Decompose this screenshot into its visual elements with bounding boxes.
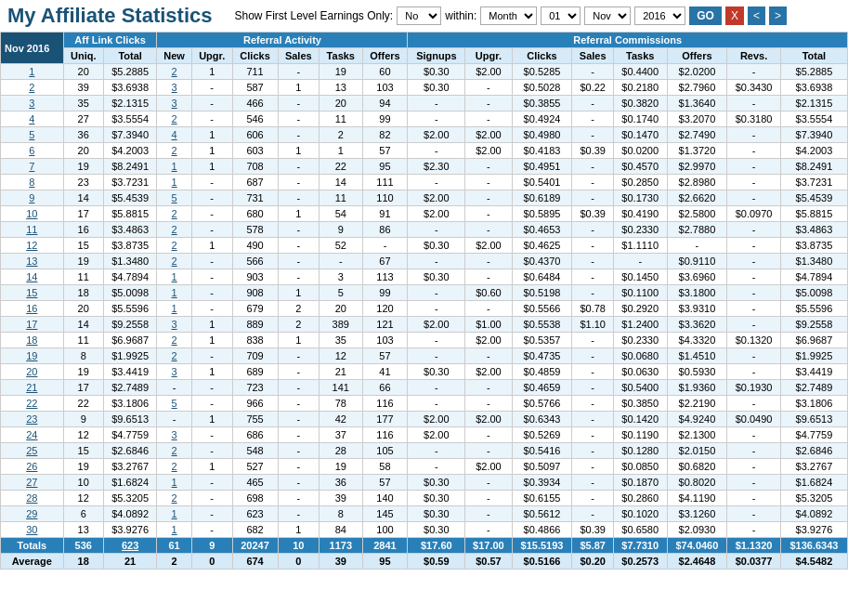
signups-cell: - bbox=[408, 254, 465, 269]
ref-activity-header: Referral Activity bbox=[157, 33, 408, 48]
day-cell[interactable]: 30 bbox=[1, 522, 64, 538]
new-cell[interactable]: 5 bbox=[157, 396, 191, 412]
tasks2-cell: $0.1020 bbox=[613, 506, 667, 522]
day-cell[interactable]: 3 bbox=[1, 96, 64, 111]
tasks-cell: 19 bbox=[320, 64, 362, 80]
new-cell[interactable]: 2 bbox=[157, 111, 191, 127]
new-cell[interactable]: 1 bbox=[157, 475, 191, 491]
day-cell[interactable]: 24 bbox=[1, 427, 64, 443]
new-cell[interactable]: 1 bbox=[157, 159, 191, 175]
new-cell[interactable]: 3 bbox=[157, 96, 191, 111]
new-cell[interactable]: 3 bbox=[157, 317, 191, 333]
offers2-cell: $2.5800 bbox=[667, 206, 727, 222]
row-total-cell: $5.5596 bbox=[780, 301, 847, 317]
new-cell[interactable]: 2 bbox=[157, 254, 191, 269]
clicks-cell: 490 bbox=[232, 238, 278, 254]
year-select[interactable]: 2016 bbox=[634, 7, 685, 25]
offers-cell: 177 bbox=[362, 412, 408, 427]
day-cell[interactable]: 1 bbox=[1, 64, 64, 80]
sales2-cell: - bbox=[572, 222, 614, 238]
day-cell[interactable]: 27 bbox=[1, 475, 64, 491]
table-row: 427$3.55542-546-1199--$0.4924-$0.1740$3.… bbox=[1, 111, 848, 127]
x-button[interactable]: X bbox=[725, 7, 744, 25]
signups-cell: $2.00 bbox=[408, 190, 465, 206]
sales2-cell: - bbox=[572, 269, 614, 285]
new-cell[interactable]: 5 bbox=[157, 190, 191, 206]
upgr2-cell: - bbox=[465, 301, 512, 317]
new-cell[interactable]: 3 bbox=[157, 427, 191, 443]
new-cell[interactable]: 1 bbox=[157, 506, 191, 522]
new-cell[interactable]: 2 bbox=[157, 206, 191, 222]
sales2-cell: - bbox=[572, 396, 614, 412]
uniq-cell: 17 bbox=[63, 206, 103, 222]
new-cell[interactable]: 4 bbox=[157, 127, 191, 143]
day-cell[interactable]: 10 bbox=[1, 206, 64, 222]
new-cell[interactable]: 2 bbox=[157, 222, 191, 238]
day-cell[interactable]: 25 bbox=[1, 443, 64, 459]
tasks-cell: 39 bbox=[320, 491, 362, 506]
tasks2-cell: $0.5400 bbox=[613, 380, 667, 396]
new-cell[interactable]: 1 bbox=[157, 285, 191, 301]
day-cell[interactable]: 8 bbox=[1, 175, 64, 190]
new-cell[interactable]: 1 bbox=[157, 175, 191, 190]
table-row: 296$4.08921-623-8145$0.30-$0.5612-$0.102… bbox=[1, 506, 848, 522]
day-cell[interactable]: 16 bbox=[1, 301, 64, 317]
table-row: 2412$4.77593-686-37116$2.00-$0.5269-$0.1… bbox=[1, 427, 848, 443]
clicks-cell: 527 bbox=[232, 459, 278, 475]
row-total-cell: $2.1315 bbox=[780, 96, 847, 111]
day-cell[interactable]: 23 bbox=[1, 412, 64, 427]
day-cell[interactable]: 22 bbox=[1, 396, 64, 412]
sales-cell: - bbox=[278, 475, 320, 491]
tasks2-cell: $0.0850 bbox=[613, 459, 667, 475]
next-button[interactable]: > bbox=[769, 7, 787, 25]
new-cell[interactable]: 1 bbox=[157, 301, 191, 317]
sales-cell: - bbox=[278, 506, 320, 522]
day-select[interactable]: 01 bbox=[541, 7, 581, 25]
day-cell[interactable]: 21 bbox=[1, 380, 64, 396]
tasks-cell: 141 bbox=[320, 380, 362, 396]
new-cell[interactable]: 2 bbox=[157, 143, 191, 159]
day-cell[interactable]: 19 bbox=[1, 348, 64, 364]
new-cell[interactable]: 2 bbox=[157, 443, 191, 459]
day-cell[interactable]: 7 bbox=[1, 159, 64, 175]
day-cell[interactable]: 20 bbox=[1, 364, 64, 380]
new-cell[interactable]: 3 bbox=[157, 80, 191, 96]
filter-select[interactable]: No Yes bbox=[397, 7, 441, 25]
day-cell[interactable]: 28 bbox=[1, 491, 64, 506]
day-cell[interactable]: 9 bbox=[1, 190, 64, 206]
upgr2-cell: - bbox=[465, 80, 512, 96]
tasks-cell: 54 bbox=[320, 206, 362, 222]
tasks2-cell: $0.2920 bbox=[613, 301, 667, 317]
new-cell[interactable]: 2 bbox=[157, 459, 191, 475]
new-cell[interactable]: 2 bbox=[157, 348, 191, 364]
period-select[interactable]: Month Day Year bbox=[480, 7, 537, 25]
clicks2-cell: $0.5357 bbox=[512, 333, 572, 348]
new-cell[interactable]: 1 bbox=[157, 269, 191, 285]
go-button[interactable]: GO bbox=[689, 7, 722, 25]
day-cell[interactable]: 18 bbox=[1, 333, 64, 348]
day-cell[interactable]: 13 bbox=[1, 254, 64, 269]
day-cell[interactable]: 17 bbox=[1, 317, 64, 333]
day-cell[interactable]: 26 bbox=[1, 459, 64, 475]
day-cell[interactable]: 14 bbox=[1, 269, 64, 285]
month-select[interactable]: Nov bbox=[584, 7, 631, 25]
day-cell[interactable]: 29 bbox=[1, 506, 64, 522]
new-cell[interactable]: 3 bbox=[157, 364, 191, 380]
day-cell[interactable]: 4 bbox=[1, 111, 64, 127]
day-cell[interactable]: 15 bbox=[1, 285, 64, 301]
new-cell[interactable]: 2 bbox=[157, 64, 191, 80]
day-cell[interactable]: 2 bbox=[1, 80, 64, 96]
tasks2-cell: $0.1870 bbox=[613, 475, 667, 491]
new-cell[interactable]: 2 bbox=[157, 333, 191, 348]
day-cell[interactable]: 5 bbox=[1, 127, 64, 143]
new-cell[interactable]: 1 bbox=[157, 522, 191, 538]
row-total-cell: $1.6824 bbox=[780, 475, 847, 491]
day-cell[interactable]: 11 bbox=[1, 222, 64, 238]
new-cell[interactable]: 2 bbox=[157, 491, 191, 506]
prev-button[interactable]: < bbox=[748, 7, 765, 25]
row-total-cell: $5.0098 bbox=[780, 285, 847, 301]
day-cell[interactable]: 12 bbox=[1, 238, 64, 254]
total-cell: $3.4419 bbox=[103, 364, 157, 380]
day-cell[interactable]: 6 bbox=[1, 143, 64, 159]
new-cell[interactable]: 2 bbox=[157, 238, 191, 254]
